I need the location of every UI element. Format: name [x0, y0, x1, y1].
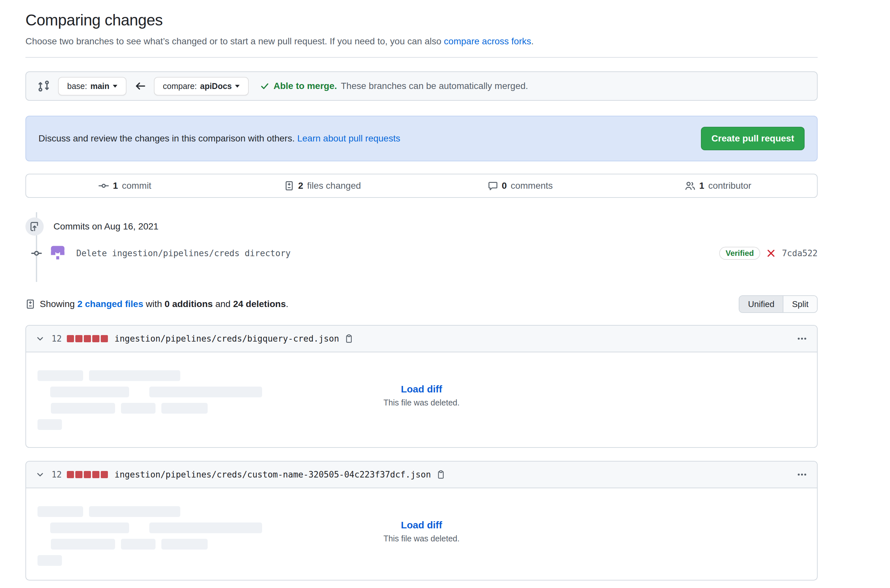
- caret-down-icon: [235, 85, 240, 88]
- split-view-button[interactable]: Split: [783, 296, 817, 312]
- copy-path-icon[interactable]: [436, 470, 445, 479]
- base-branch-button[interactable]: base: main: [58, 77, 126, 96]
- load-diff-link[interactable]: Load diff: [401, 384, 443, 395]
- caret-down-icon: [113, 85, 117, 88]
- compare-branch-button[interactable]: compare: apiDocs: [154, 77, 249, 96]
- stat-commits[interactable]: 1 commit: [26, 174, 224, 197]
- files-summary-text: Showing 2 changed files with 0 additions…: [26, 299, 288, 309]
- skeleton-bar: [89, 370, 180, 381]
- compare-across-forks-link[interactable]: compare across forks: [444, 36, 531, 46]
- kebab-menu-icon[interactable]: [797, 470, 807, 480]
- verified-badge[interactable]: Verified: [719, 247, 761, 260]
- comment-icon: [488, 181, 498, 190]
- page-title: Comparing changes: [26, 11, 818, 29]
- file-diff-icon: [284, 181, 294, 190]
- stat-contributors[interactable]: 1 contributor: [620, 174, 817, 197]
- chevron-down-icon[interactable]: [36, 470, 44, 479]
- file-changes-count: 12: [51, 334, 62, 344]
- file-diff-icon: [26, 299, 35, 309]
- comparing-changes-page: Comparing changes Choose two branches to…: [26, 0, 818, 580]
- file-path-link[interactable]: ingestion/pipelines/creds/bigquery-cred.…: [114, 334, 339, 344]
- learn-about-pull-requests-link[interactable]: Learn about pull requests: [297, 133, 400, 143]
- files-summary-row: Showing 2 changed files with 0 additions…: [26, 295, 818, 313]
- merge-status: Able to merge. These branches can be aut…: [260, 81, 528, 91]
- file-path-link[interactable]: ingestion/pipelines/creds/custom-name-32…: [114, 470, 431, 480]
- file-diff-placeholder: Load diff This file was deleted.: [26, 488, 817, 580]
- deletion-blocks: [67, 471, 108, 478]
- file-deleted-note: This file was deleted.: [383, 534, 459, 543]
- deletions-count: 24 deletions: [233, 299, 286, 309]
- commit-message-link[interactable]: Delete ingestion/pipelines/creds directo…: [76, 248, 290, 258]
- pull-request-banner: Discuss and review the changes in this c…: [26, 116, 818, 161]
- create-pull-request-button[interactable]: Create pull request: [701, 127, 804, 150]
- stat-comments[interactable]: 0 comments: [422, 174, 620, 197]
- skeleton-bar: [38, 419, 62, 430]
- skeleton-bar: [89, 506, 180, 517]
- additions-count: 0 additions: [165, 299, 213, 309]
- people-icon: [685, 181, 695, 191]
- unified-view-button[interactable]: Unified: [739, 296, 783, 312]
- commit-sha-link[interactable]: 7cda522: [782, 248, 818, 258]
- stat-files-changed[interactable]: 2 files changed: [224, 174, 422, 197]
- file-header: 12 ingestion/pipelines/creds/custom-name…: [26, 462, 817, 488]
- banner-text: Discuss and review the changes in this c…: [39, 133, 400, 144]
- commits-date-heading: Commits on Aug 16, 2021: [26, 218, 158, 236]
- arrow-left-icon: [134, 80, 146, 92]
- deletion-blocks: [67, 335, 108, 342]
- kebab-menu-icon[interactable]: [797, 333, 807, 344]
- git-commit-node-icon: [30, 247, 43, 260]
- changed-files-link[interactable]: 2 changed files: [77, 299, 143, 309]
- commit-meta: Verified 7cda522: [719, 247, 818, 260]
- load-diff-block: Load diff This file was deleted.: [26, 519, 817, 543]
- commits-timeline: Commits on Aug 16, 2021: [26, 210, 818, 284]
- git-compare-icon: [37, 80, 50, 93]
- branch-selector-bar: base: main compare: apiDocs Able t: [26, 71, 818, 101]
- check-icon: [260, 81, 270, 91]
- comparison-stats-bar: 1 commit 2 files changed 0 comments: [26, 174, 818, 198]
- copy-path-icon[interactable]: [344, 334, 353, 343]
- git-commit-icon: [99, 181, 109, 191]
- chevron-down-icon[interactable]: [36, 334, 44, 343]
- x-status-icon[interactable]: [767, 249, 775, 258]
- page-subtitle: Choose two branches to see what’s change…: [26, 36, 818, 46]
- avatar[interactable]: [49, 244, 66, 262]
- file-diff-placeholder: Load diff This file was deleted.: [26, 352, 817, 447]
- load-diff-block: Load diff This file was deleted.: [26, 384, 817, 407]
- file-card-custom-name: 12 ingestion/pipelines/creds/custom-name…: [26, 461, 818, 580]
- load-diff-link[interactable]: Load diff: [401, 519, 443, 531]
- skeleton-bar: [38, 370, 83, 381]
- header-divider: [26, 57, 818, 58]
- repo-push-icon: [26, 218, 44, 236]
- file-deleted-note: This file was deleted.: [383, 398, 459, 407]
- skeleton-bar: [38, 506, 83, 517]
- file-changes-count: 12: [51, 470, 62, 480]
- file-header: 12 ingestion/pipelines/creds/bigquery-cr…: [26, 326, 817, 352]
- commit-row: Delete ingestion/pipelines/creds directo…: [26, 243, 818, 264]
- diff-view-toggle: Unified Split: [739, 295, 818, 313]
- file-card-bigquery-cred: 12 ingestion/pipelines/creds/bigquery-cr…: [26, 325, 818, 448]
- subtitle-text: Choose two branches to see what’s change…: [26, 36, 444, 46]
- skeleton-bar: [38, 555, 62, 566]
